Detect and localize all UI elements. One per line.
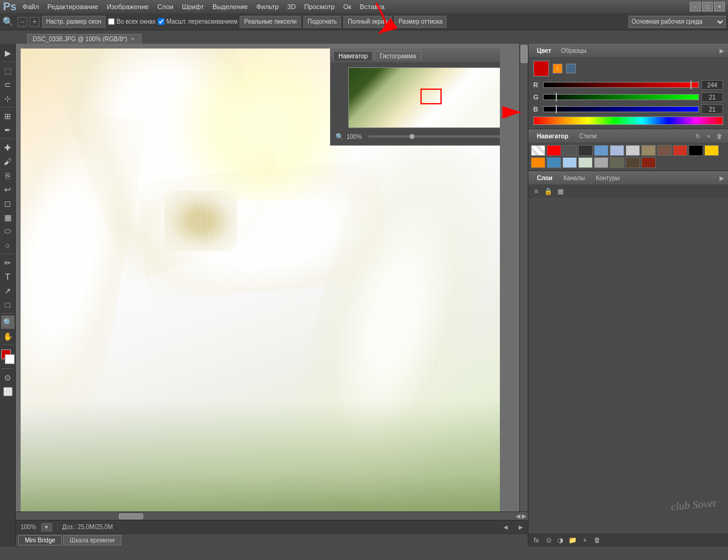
tool-crop[interactable]: ⊞ xyxy=(1,109,15,123)
tool-brush[interactable]: 🖌 xyxy=(1,155,15,168)
layers-tab[interactable]: Слои xyxy=(532,174,558,183)
tool-zoom[interactable]: 🔍 xyxy=(1,315,15,329)
fit-window-button[interactable]: Настр. размер окон xyxy=(42,16,106,28)
color-tab[interactable]: Цвет xyxy=(532,46,556,55)
channels-tab[interactable]: Каналы xyxy=(559,174,590,183)
channel-g-value[interactable]: 21 xyxy=(701,92,723,102)
tool-move[interactable]: ▶ xyxy=(1,46,15,59)
swatch-lightblue[interactable] xyxy=(610,145,624,156)
tool-hand[interactable]: ✋ xyxy=(1,329,15,343)
channel-b-handle[interactable] xyxy=(556,105,557,113)
timeline-tab[interactable]: Шкала времени xyxy=(63,535,121,545)
swatch-steel[interactable] xyxy=(547,157,561,168)
navigator-tab[interactable]: Навигатор xyxy=(333,51,373,61)
tool-blur[interactable]: ⬭ xyxy=(1,224,15,238)
swatch-darkred2[interactable] xyxy=(641,157,656,168)
menu-view[interactable]: Просмотр xyxy=(300,2,338,12)
nav-left-arrow[interactable]: ◀ xyxy=(504,524,514,530)
fit-button[interactable]: Подогнать xyxy=(303,16,341,28)
tool-pen[interactable]: ✏ xyxy=(1,256,15,269)
channel-b-value[interactable]: 21 xyxy=(701,104,723,114)
swatch-tan[interactable] xyxy=(641,145,656,156)
zoom-out-icon[interactable]: − xyxy=(18,17,27,27)
doc-tab-close[interactable]: × xyxy=(131,36,135,42)
swatch-black[interactable] xyxy=(689,145,703,156)
layer-adj-btn[interactable]: ◑ xyxy=(555,535,566,545)
mini-bridge-tab[interactable]: Mini Bridge xyxy=(18,535,62,545)
channel-r-value[interactable]: 244 xyxy=(701,80,723,90)
swatch-darkbrown[interactable] xyxy=(625,157,640,168)
nav-arrow-right[interactable]: ▶ xyxy=(522,513,527,519)
menu-3d[interactable]: 3D xyxy=(283,2,299,12)
layers-panel-menu[interactable]: ▶ xyxy=(720,175,724,181)
color-panel-menu[interactable]: ▶ xyxy=(720,47,724,54)
tool-eraser[interactable]: ◻ xyxy=(1,197,15,210)
nav-add-btn[interactable]: + xyxy=(704,131,713,141)
swatch-transparent[interactable] xyxy=(531,145,545,156)
swatch-palegray[interactable] xyxy=(578,157,593,168)
status-zoom-btn[interactable]: ▼ xyxy=(41,523,52,531)
real-pixels-button[interactable]: Реальные пиксели xyxy=(240,16,301,28)
paths-tab[interactable]: Контуры xyxy=(591,174,624,183)
layer-new-btn[interactable]: + xyxy=(579,535,590,545)
hscroll-thumb[interactable] xyxy=(119,513,143,519)
swatch-darkgray[interactable] xyxy=(562,145,577,156)
menu-layers[interactable]: Слои xyxy=(153,2,177,12)
workspace-select[interactable]: Основная рабочая среда xyxy=(629,16,726,28)
tool-text[interactable]: T xyxy=(1,270,15,283)
nav-trash-btn[interactable]: 🗑 xyxy=(715,131,724,141)
vscroll-thumb[interactable] xyxy=(521,45,528,63)
menu-edit[interactable]: Редактирование xyxy=(44,2,102,12)
layer-mask-btn[interactable]: ⊙ xyxy=(543,535,554,545)
layers-mode-btn[interactable]: ≡ xyxy=(531,186,542,197)
menu-ok[interactable]: Ок xyxy=(340,2,355,12)
nav-right-arrow[interactable]: ▶ xyxy=(519,524,523,530)
swatch-darkolive[interactable] xyxy=(610,157,624,168)
minimize-button[interactable]: − xyxy=(690,2,701,12)
layers-fill-btn[interactable]: ▦ xyxy=(555,186,566,197)
swatch-gray2[interactable] xyxy=(594,157,608,168)
swatch-darkred[interactable] xyxy=(673,145,687,156)
color-warning-icon[interactable]: ! xyxy=(553,64,562,73)
nav-refresh-btn[interactable]: ↻ xyxy=(693,131,703,141)
zoom-small-icon[interactable]: 🔍 xyxy=(335,133,344,141)
swatch-yellow[interactable] xyxy=(704,145,719,156)
swatch-lightgray[interactable] xyxy=(625,145,640,156)
document-tab[interactable]: DSC_0338.JPG @ 100% (RGB/8*) × xyxy=(27,34,141,44)
layer-group-btn[interactable]: 📁 xyxy=(567,535,578,545)
tool-gradient[interactable]: ▦ xyxy=(1,211,15,224)
navigator-right-tab[interactable]: Навигатор xyxy=(532,132,573,141)
menu-file[interactable]: Файл xyxy=(19,2,42,12)
menu-insert[interactable]: Вставка xyxy=(356,2,388,12)
tool-screen[interactable]: ⬜ xyxy=(1,385,15,398)
color-fg-swatch[interactable] xyxy=(533,61,549,76)
swatch-verydark[interactable] xyxy=(578,145,593,156)
zoom-in-icon[interactable]: + xyxy=(30,17,39,27)
background-color[interactable] xyxy=(5,354,15,364)
swatch-brown[interactable] xyxy=(657,145,672,156)
histogram-tab[interactable]: Гистограмма xyxy=(374,51,422,61)
tool-healing[interactable]: ✚ xyxy=(1,141,15,154)
channel-r-handle[interactable] xyxy=(690,81,692,89)
tool-marquee[interactable]: ⬚ xyxy=(1,64,15,77)
canvas-vscrollbar[interactable] xyxy=(519,44,528,511)
channel-g-slider[interactable] xyxy=(543,94,699,100)
swatches-tab[interactable]: Образцы xyxy=(556,46,592,55)
tool-eyedropper[interactable]: ✒ xyxy=(1,123,15,137)
tool-path-select[interactable]: ↗ xyxy=(1,284,15,297)
tool-mode[interactable]: ⊙ xyxy=(1,371,15,384)
canvas[interactable]: Навигатор Гистограмма ▶▶ ≡ xyxy=(21,49,500,511)
tool-history[interactable]: ↩ xyxy=(1,183,15,196)
print-size-button[interactable]: Размер оттиска xyxy=(394,16,447,28)
tool-lasso[interactable]: ⊂ xyxy=(1,78,15,91)
close-button[interactable]: × xyxy=(714,2,725,12)
canvas-hscrollbar[interactable]: ◀ ▶ xyxy=(16,511,528,520)
swatch-paleblue[interactable] xyxy=(562,157,577,168)
color-spectrum-bar[interactable] xyxy=(533,116,723,125)
tool-dodge[interactable]: ○ xyxy=(1,238,15,252)
nav-arrow-left[interactable]: ◀ xyxy=(516,513,521,519)
menu-font[interactable]: Шрифт xyxy=(178,2,207,12)
layer-delete-btn[interactable]: 🗑 xyxy=(592,535,602,545)
layer-fx-btn[interactable]: fx xyxy=(531,535,542,545)
tool-stamp[interactable]: ⎘ xyxy=(1,169,15,182)
